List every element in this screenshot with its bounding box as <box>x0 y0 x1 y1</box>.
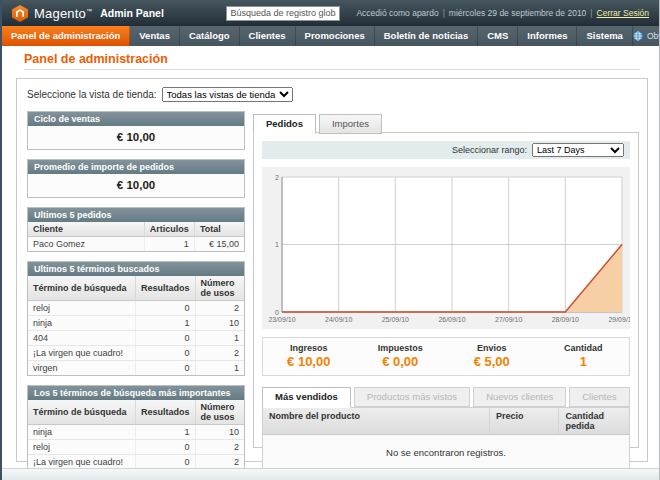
cell-results: 0 <box>136 440 196 455</box>
average-order-widget: Promedio de importe de pedidos € 10,00 <box>27 159 245 198</box>
bestsellers-header-row: Nombre del producto Precio Cantidad pedi… <box>263 408 629 435</box>
dashboard-panel: Seleccione la vista de tienda: Todas las… <box>16 78 648 462</box>
cell-results: 1 <box>136 316 196 331</box>
top-search-title: Los 5 términos de búsqueda más important… <box>28 386 244 400</box>
cell-items: 1 <box>144 237 194 252</box>
lifetime-sales-value: € 10,00 <box>28 126 244 149</box>
average-order-value: € 10,00 <box>28 174 244 197</box>
table-row[interactable]: ninja110 <box>28 425 244 440</box>
metrics-bar: Ingresos € 10,00 Impuestos € 0,00 Envios… <box>262 337 630 376</box>
tab-customers[interactable]: Clientes <box>569 387 629 407</box>
svg-text:28/09/10: 28/09/10 <box>552 316 579 323</box>
last-orders-widget: Ultimos 5 pedidos Cliente Articulos Tota… <box>27 207 245 252</box>
metric-tax: Impuestos € 0,00 <box>355 343 447 369</box>
cell-uses: 1 <box>195 361 244 376</box>
range-strip: Seleccionar rango: Last 7 Days <box>262 141 630 159</box>
cell-uses: 2 <box>195 440 244 455</box>
orders-chart: 01223/09/1024/09/1025/09/1026/09/1027/09… <box>262 169 630 325</box>
col-term: Término de búsqueda <box>28 276 136 301</box>
left-column: Ciclo de ventas € 10,00 Promedio de impo… <box>27 111 245 480</box>
lifetime-sales-title: Ciclo de ventas <box>28 112 244 126</box>
col-customer: Cliente <box>28 222 144 237</box>
cell-uses: 1 <box>195 331 244 346</box>
empty-records-message: No se encontraron registros. <box>263 435 629 469</box>
metric-label: Ingresos <box>263 343 355 353</box>
main-nav: Panel de administración Ventas Catálogo … <box>2 26 659 46</box>
tab-amounts[interactable]: Importes <box>319 114 382 134</box>
bestsellers-table: Nombre del producto Precio Cantidad pedi… <box>262 407 630 470</box>
page-title: Panel de administración <box>24 52 168 66</box>
cell-customer: Paco Gomez <box>28 237 144 252</box>
col-results: Resultados <box>136 400 196 425</box>
col-results: Resultados <box>136 276 196 301</box>
cell-term: virgen <box>28 361 136 376</box>
logout-link[interactable]: Cerrar Sesión <box>597 8 649 18</box>
title-divider <box>24 69 640 70</box>
nav-item-system[interactable]: Sistema <box>577 26 632 46</box>
table-row[interactable]: ninja110 <box>28 316 244 331</box>
tab-bestsellers[interactable]: Más vendidos <box>262 387 351 408</box>
footer-strip <box>2 468 659 480</box>
svg-text:2: 2 <box>275 174 279 181</box>
orders-chart-panel: Seleccionar rango: Last 7 Days 01223/09/… <box>253 132 639 448</box>
table-row[interactable]: reloj02 <box>28 440 244 455</box>
nav-item-catalog[interactable]: Catálogo <box>180 26 240 46</box>
table-header-row: Término de búsqueda Resultados Número de… <box>28 400 244 425</box>
cell-term: ninja <box>28 425 136 440</box>
cell-uses: 2 <box>195 301 244 316</box>
col-uses: Número de usos <box>195 276 244 301</box>
svg-text:1: 1 <box>275 241 279 248</box>
range-label: Seleccionar rango: <box>452 145 527 155</box>
table-row[interactable]: Paco Gomez 1 € 15,00 <box>28 237 244 252</box>
tab-orders[interactable]: Pedidos <box>253 114 316 134</box>
cell-term: ninja <box>28 316 136 331</box>
lifetime-sales-widget: Ciclo de ventas € 10,00 <box>27 111 245 150</box>
nav-item-customers[interactable]: Clientes <box>240 26 296 46</box>
metric-value: € 0,00 <box>355 354 447 369</box>
col-uses: Número de usos <box>195 400 244 425</box>
table-row[interactable]: virgen01 <box>28 361 244 376</box>
logged-in-text: Accedió como apardo <box>356 8 438 18</box>
global-search-input[interactable] <box>226 6 340 21</box>
svg-text:26/09/10: 26/09/10 <box>438 316 465 323</box>
top-search-widget: Los 5 términos de búsqueda más important… <box>27 385 245 480</box>
table-header-row: Término de búsqueda Resultados Número de… <box>28 276 244 301</box>
chart-container: 01223/09/1024/09/1025/09/1026/09/1027/09… <box>262 167 630 329</box>
svg-text:0: 0 <box>275 309 279 316</box>
help-link[interactable]: Obtener ayuda para esta página <box>633 26 660 46</box>
table-header-row: Cliente Articulos Total <box>28 222 244 237</box>
range-select[interactable]: Last 7 Days <box>532 143 624 157</box>
metric-quantity: Cantidad 1 <box>538 343 630 369</box>
nav-item-cms[interactable]: CMS <box>478 26 518 46</box>
cell-results: 0 <box>136 331 196 346</box>
table-row[interactable]: reloj02 <box>28 301 244 316</box>
svg-text:23/09/10: 23/09/10 <box>268 316 295 323</box>
help-link-label: Obtener ayuda para esta página <box>647 31 660 41</box>
cell-uses: 2 <box>195 346 244 361</box>
store-view-select[interactable]: Todas las vistas de tienda <box>162 87 293 102</box>
nav-item-promotions[interactable]: Promociones <box>296 26 375 46</box>
cell-total: € 15,00 <box>194 237 244 252</box>
nav-item-newsletter[interactable]: Boletín de noticias <box>375 26 478 46</box>
cell-term: reloj <box>28 440 136 455</box>
cell-uses: 10 <box>195 425 244 440</box>
metric-label: Envios <box>446 343 538 353</box>
brand-suffix-text: Admin Panel <box>100 7 164 19</box>
store-view-label: Seleccione la vista de tienda: <box>27 89 157 100</box>
header-session-info: Accedió como apardo|miércoles 29 de sept… <box>356 8 649 18</box>
cell-uses: 10 <box>195 316 244 331</box>
table-row[interactable]: 40401 <box>28 331 244 346</box>
nav-item-dashboard[interactable]: Panel de administración <box>2 26 130 46</box>
nav-item-reports[interactable]: Informes <box>518 26 577 46</box>
col-quantity: Cantidad pedida <box>559 408 629 434</box>
metric-value: € 10,00 <box>263 354 355 369</box>
globe-icon <box>633 31 643 41</box>
bottom-tabs: Más vendidos Productos más vistos Nuevos… <box>262 387 630 407</box>
col-term: Término de búsqueda <box>28 400 136 425</box>
nav-item-sales[interactable]: Ventas <box>130 26 180 46</box>
orders-amounts-tabs: Pedidos Importes <box>253 114 385 134</box>
tab-new-customers[interactable]: Nuevos clientes <box>473 387 566 407</box>
table-row[interactable]: ¡La virgen que cuadro!02 <box>28 346 244 361</box>
metric-label: Impuestos <box>355 343 447 353</box>
tab-most-viewed[interactable]: Productos más vistos <box>354 387 470 407</box>
